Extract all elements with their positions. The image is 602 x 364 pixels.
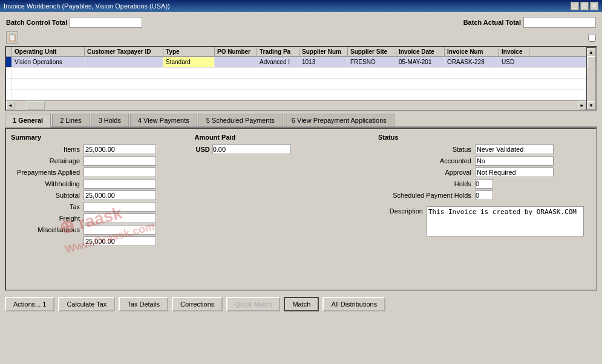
- tax-label: Tax: [11, 203, 83, 210]
- table-row-empty-3: [6, 89, 586, 100]
- corrections-button[interactable]: Corrections: [172, 297, 223, 311]
- tab-general[interactable]: 1 General: [5, 114, 51, 128]
- field-holds: Holds: [378, 179, 591, 189]
- col-header-supplier-num: Supplier Num: [299, 47, 348, 56]
- sched-holds-label: Scheduled Payment Holds: [378, 192, 475, 199]
- miscellaneous-input[interactable]: [83, 225, 156, 235]
- total-input[interactable]: [83, 236, 156, 246]
- tab-prepayment[interactable]: 6 View Prepayment Applications: [284, 114, 394, 126]
- header-checkbox[interactable]: [588, 34, 596, 42]
- sched-holds-input[interactable]: [475, 190, 493, 200]
- approval-label: Approval: [378, 169, 475, 176]
- col-header-supplier-site: Supplier Site: [348, 47, 396, 56]
- batch-actual-label: Batch Actual Total: [463, 19, 521, 26]
- field-miscellaneous: Miscellaneous: [11, 225, 188, 235]
- tab-holds[interactable]: 3 Holds: [91, 114, 129, 126]
- tax-details-button[interactable]: Tax Details: [119, 297, 168, 311]
- tab-content-general: Summary Items Retainage Prepayments Appl…: [5, 128, 597, 291]
- scroll-right-button[interactable]: ►: [578, 102, 586, 110]
- empty-indicator: [6, 68, 12, 78]
- field-withholding: Withholding: [11, 179, 188, 189]
- col-header-invoice-num: Invoice Num: [445, 47, 499, 56]
- col-header-po-number: PO Number: [215, 47, 257, 56]
- batch-control-total-field: Batch Control Total: [6, 17, 142, 28]
- tab-scheduled-payments[interactable]: 5 Scheduled Payments: [198, 114, 283, 126]
- match-button[interactable]: Match: [284, 297, 319, 311]
- cell-customer-tax: [85, 57, 163, 67]
- cell-operating-unit: Vision Operations: [12, 57, 85, 67]
- col-header-operating-unit: Operating Unit: [12, 47, 85, 56]
- empty-indicator3: [6, 89, 12, 100]
- close-button[interactable]: ✕: [590, 2, 598, 10]
- table-inner: Operating Unit Customer Taxpayer ID Type…: [6, 47, 586, 110]
- withholding-label: Withholding: [11, 180, 83, 187]
- cell-po-number: [215, 57, 257, 67]
- content-columns: Summary Items Retainage Prepayments Appl…: [11, 134, 591, 248]
- miscellaneous-label: Miscellaneous: [11, 226, 83, 233]
- batch-control-label: Batch Control Total: [6, 19, 67, 26]
- minimize-button[interactable]: _: [571, 2, 579, 10]
- status-section: Status Status Accounted Approval Holds: [378, 134, 591, 248]
- freight-input[interactable]: [83, 213, 156, 223]
- toolbar-icon-1[interactable]: 📋: [6, 31, 18, 44]
- approval-input[interactable]: [475, 167, 554, 177]
- title-bar: Invoice Workbench (Payables, Vision Oper…: [0, 0, 602, 12]
- accounted-label: Accounted: [378, 157, 475, 164]
- col-header-indicator: [6, 47, 12, 56]
- quick-match-button[interactable]: Quick Match: [226, 297, 280, 311]
- cell-supplier-num: 1013: [299, 57, 348, 67]
- actions-button[interactable]: Actions... 1: [5, 297, 54, 311]
- scroll-v-thumb[interactable]: [587, 56, 595, 68]
- description-section: Description This Invoice is created by O…: [378, 206, 591, 236]
- scroll-up-button[interactable]: ▲: [587, 48, 595, 56]
- field-approval: Approval: [378, 167, 591, 177]
- freight-label: Freight: [11, 215, 83, 222]
- col-header-type: Type: [163, 47, 215, 56]
- cell-type: Standard: [163, 57, 215, 67]
- col-header-invoice-date: Invoice Date: [396, 47, 445, 56]
- field-accounted: Accounted: [378, 156, 591, 166]
- items-input[interactable]: [83, 145, 156, 154]
- row-indicator: [6, 57, 12, 67]
- status-title: Status: [378, 134, 591, 141]
- scroll-left-button[interactable]: ◄: [6, 102, 15, 110]
- all-distributions-button[interactable]: All Distributions: [322, 297, 385, 311]
- cell-supplier-site: FRESNO: [348, 57, 396, 67]
- field-items: Items: [11, 145, 188, 154]
- accounted-input[interactable]: [475, 156, 554, 166]
- summary-title: Summary: [11, 134, 188, 141]
- scroll-down-button[interactable]: ▼: [587, 101, 595, 109]
- description-textarea[interactable]: This Invoice is created by ORAASK.COM: [427, 206, 584, 236]
- tax-input[interactable]: [83, 202, 156, 212]
- status-field-label: Status: [378, 146, 475, 153]
- cell-trading-pa: Advanced I: [257, 57, 299, 67]
- maximize-button[interactable]: □: [580, 2, 589, 10]
- tab-view-payments[interactable]: 4 View Payments: [130, 114, 197, 126]
- withholding-input[interactable]: [83, 179, 156, 189]
- calculate-tax-button[interactable]: Calculate Tax: [58, 297, 115, 311]
- field-sched-holds: Scheduled Payment Holds: [378, 190, 591, 200]
- empty-indicator2: [6, 79, 12, 89]
- scroll-h-thumb[interactable]: [27, 102, 45, 110]
- subtotal-input[interactable]: [83, 190, 156, 200]
- items-label: Items: [11, 146, 83, 153]
- bottom-buttons: Actions... 1 Calculate Tax Tax Details C…: [0, 293, 602, 315]
- vertical-scrollbar[interactable]: ▲ ▼: [586, 47, 596, 110]
- batch-control-input[interactable]: [70, 17, 142, 28]
- holds-input[interactable]: [475, 179, 493, 189]
- field-freight: Freight: [11, 213, 188, 223]
- batch-actual-input[interactable]: [523, 17, 596, 28]
- amount-paid-title: Amount Paid: [194, 134, 371, 141]
- prepayments-input[interactable]: [83, 167, 156, 177]
- retainage-input[interactable]: [83, 156, 156, 166]
- toolbar-row: 📋: [2, 30, 600, 45]
- amount-paid-input[interactable]: [212, 145, 291, 154]
- table-row[interactable]: Vision Operations Standard Advanced I 10…: [6, 57, 586, 68]
- empty-cells2: [12, 79, 586, 89]
- horizontal-scrollbar[interactable]: ◄ ►: [6, 100, 586, 110]
- cell-invoice-num: ORAASK-228: [445, 57, 499, 67]
- status-field-input[interactable]: [475, 145, 554, 154]
- tab-lines[interactable]: 2 Lines: [52, 114, 89, 126]
- field-subtotal: Subtotal: [11, 190, 188, 200]
- batch-actual-total-field: Batch Actual Total: [463, 17, 596, 28]
